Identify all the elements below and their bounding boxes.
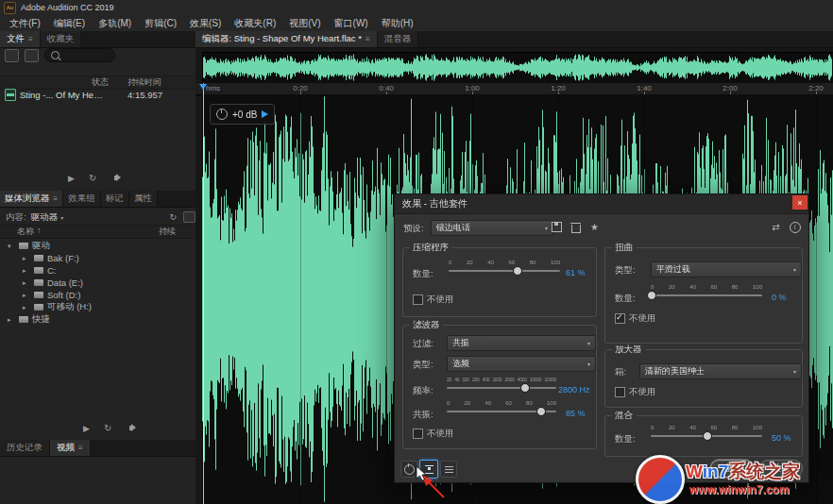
expander-icon[interactable]: ▸ xyxy=(8,316,15,324)
tab-history[interactable]: 历史记录 xyxy=(0,440,50,456)
content-drive-select[interactable]: 驱动器 ▾ xyxy=(31,211,64,224)
volume-knob-icon[interactable] xyxy=(216,109,228,120)
menu-effects[interactable]: 效果(S) xyxy=(183,15,228,32)
checkbox-unchecked[interactable] xyxy=(615,387,625,397)
panel-menu-icon[interactable]: ≡ xyxy=(28,35,33,43)
save-preset-button[interactable] xyxy=(550,220,564,234)
filter-freq-slider[interactable]: 20401002004001000200040001000020000 xyxy=(447,377,556,393)
expander-icon[interactable]: ▾ xyxy=(8,243,15,250)
compressor-bypass[interactable]: 不使用 xyxy=(413,294,454,306)
filter-type-select[interactable]: 选频 ▾ xyxy=(447,356,596,372)
menu-view[interactable]: 视图(V) xyxy=(282,15,327,32)
tab-video[interactable]: 视频 ≡ xyxy=(50,440,91,456)
tree-item-shortcuts[interactable]: ▸ 快捷 xyxy=(0,313,196,326)
view-options-icon[interactable] xyxy=(183,211,196,223)
tab-mixer[interactable]: 混音器 xyxy=(378,31,419,47)
menu-multitrack[interactable]: 多轨(M) xyxy=(92,15,138,32)
checkbox-unchecked[interactable] xyxy=(413,428,423,439)
loop-icon[interactable]: ↻ xyxy=(89,173,96,183)
expander-icon[interactable]: ▸ xyxy=(23,255,30,262)
tab-editor-file[interactable]: 编辑器: Sting - Shape Of My Heart.flac * ≡ xyxy=(196,31,378,47)
playhead[interactable] xyxy=(203,83,204,504)
expander-icon[interactable]: ▸ xyxy=(23,304,30,311)
distortion-amount-slider[interactable]: 020406080100 xyxy=(651,284,762,300)
slider-handle[interactable] xyxy=(536,407,546,416)
import-file-icon[interactable] xyxy=(5,49,19,62)
expander-icon[interactable]: ▸ xyxy=(23,267,30,275)
info-button[interactable] xyxy=(788,220,802,234)
play-icon[interactable]: ▶ xyxy=(83,424,90,433)
filter-res-slider[interactable]: 020406080100 xyxy=(447,400,556,416)
distortion-bypass[interactable]: 不使用 xyxy=(615,312,656,325)
tab-favorites[interactable]: 收藏夹 xyxy=(41,31,82,47)
tree-item-removable-h[interactable]: ▸ 可移动 (H:) xyxy=(0,301,196,313)
search-input[interactable] xyxy=(63,50,109,61)
panel-menu-icon[interactable]: ≡ xyxy=(78,444,83,452)
col-status[interactable]: 状态 xyxy=(92,76,109,89)
autoplay-speaker-icon[interactable] xyxy=(129,426,132,430)
panel-menu-icon[interactable]: ≡ xyxy=(54,194,59,203)
dialog-title-bar[interactable]: 效果 - 吉他套件 xyxy=(395,194,808,214)
tab-markers[interactable]: 标记 xyxy=(101,191,129,207)
routing-button[interactable]: ⇄ xyxy=(769,220,783,234)
hud-db-value[interactable]: +0 dB xyxy=(232,109,257,120)
col-duration[interactable]: 持续时间 xyxy=(128,76,162,89)
filter-select[interactable]: 共振 ▾ xyxy=(447,335,596,351)
tab-media-browser[interactable]: 媒体浏览器 ≡ xyxy=(0,191,63,207)
menu-clip[interactable]: 剪辑(C) xyxy=(138,15,183,32)
menu-help[interactable]: 帮助(H) xyxy=(375,15,420,32)
settings-button[interactable] xyxy=(440,461,457,478)
panel-menu-icon[interactable]: ≡ xyxy=(366,35,370,43)
volume-hud[interactable]: +0 dB xyxy=(210,104,275,125)
slider-handle[interactable] xyxy=(647,291,656,300)
refresh-icon[interactable]: ↻ xyxy=(169,212,177,222)
slider-handle[interactable] xyxy=(520,383,530,393)
tree-item-data-e[interactable]: ▸ Data (E:) xyxy=(0,277,196,289)
playhead-handle-icon[interactable] xyxy=(199,84,207,90)
checkbox-checked[interactable] xyxy=(615,313,625,324)
play-icon[interactable]: ▶ xyxy=(68,174,75,183)
tree-item-bak-f[interactable]: ▸ Bak (F:) xyxy=(0,252,196,264)
overview-waveform-strip[interactable] xyxy=(202,52,833,85)
new-file-icon[interactable] xyxy=(25,49,39,62)
toggle-io-button[interactable] xyxy=(419,460,438,479)
checkbox-unchecked[interactable] xyxy=(413,294,423,305)
menu-favorites[interactable]: 收藏夹(R) xyxy=(228,15,282,32)
tab-effects-rack[interactable]: 效果组 xyxy=(63,191,101,207)
files-search[interactable] xyxy=(44,48,115,62)
menu-file[interactable]: 文件(F) xyxy=(3,15,47,32)
apply-button[interactable]: 应用 xyxy=(710,460,754,478)
effect-power-toggle-button[interactable] xyxy=(400,461,417,478)
slider-track[interactable] xyxy=(449,270,560,272)
mix-amount-slider[interactable]: 020406080100 xyxy=(651,425,762,441)
expander-icon[interactable]: ▸ xyxy=(23,292,30,299)
menu-edit[interactable]: 编辑(E) xyxy=(47,15,92,32)
slider-track[interactable] xyxy=(651,294,762,296)
delete-preset-button[interactable] xyxy=(569,220,583,234)
tree-item-drives[interactable]: ▾ 驱动 xyxy=(0,240,196,252)
hud-pin-icon[interactable] xyxy=(262,110,268,118)
autoplay-speaker-icon[interactable] xyxy=(114,176,117,180)
preset-select[interactable]: 镶边电话 ▾ xyxy=(431,220,553,236)
close-button[interactable]: 关闭 xyxy=(759,460,803,478)
loop-icon[interactable]: ↻ xyxy=(104,423,111,433)
filter-bypass[interactable]: 不使用 xyxy=(413,428,454,440)
dialog-close-icon[interactable]: × xyxy=(792,195,808,210)
amplifier-bypass[interactable]: 不使用 xyxy=(615,386,656,398)
tab-files[interactable]: 文件 ≡ xyxy=(0,31,41,47)
menu-window[interactable]: 窗口(W) xyxy=(328,15,375,32)
file-list-item[interactable]: Sting -... Of My Heart.flac * 4:15.957 xyxy=(0,89,200,101)
favorite-preset-button[interactable]: ★ xyxy=(587,220,602,234)
distortion-type-select[interactable]: 平滑过载 ▾ xyxy=(651,261,802,277)
amplifier-box-select[interactable]: 清新的美国绅士 ▾ xyxy=(639,363,802,379)
compressor-amount-slider[interactable]: 020406080100 xyxy=(449,260,560,276)
expander-icon[interactable]: ▸ xyxy=(23,279,30,287)
col-name[interactable]: 名称 ↑ xyxy=(17,226,42,238)
overview-waveform[interactable] xyxy=(203,53,832,82)
slider-handle[interactable] xyxy=(703,431,712,441)
slider-handle[interactable] xyxy=(513,266,522,276)
tree-item-c[interactable]: ▸ C: xyxy=(0,264,196,277)
tab-properties[interactable]: 属性 xyxy=(129,191,158,207)
col-duration-short[interactable]: 持续 xyxy=(159,226,176,238)
slider-track[interactable] xyxy=(447,387,556,389)
